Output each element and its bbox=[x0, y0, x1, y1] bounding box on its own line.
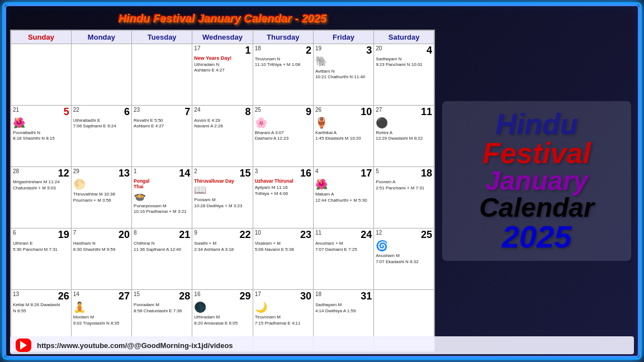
table-row: 922Swathi + M2:34 Ashtami A 3:18 bbox=[192, 228, 253, 290]
right-text-block: Hindu Festival January Calendar 2025 bbox=[442, 101, 631, 261]
table-row: 248Asvini E 4:29Navami A 2:26 bbox=[192, 106, 253, 167]
header-tuesday: Tuesday bbox=[132, 30, 192, 44]
table-row: 259🌸Bharani A 3:07Dashami A 12:23 bbox=[253, 106, 313, 167]
right-year: 2025 bbox=[448, 221, 626, 253]
table-row: 2812Mrigashirsham M 11:24Chaturdashi + M… bbox=[11, 167, 71, 228]
right-january: January bbox=[448, 168, 626, 194]
table-row: 171New Years Day!Uthiradam NAshtami E 4:… bbox=[192, 44, 253, 106]
table-row: 417🌺Makam A12:44 Chathurthi + M 5:30 bbox=[313, 167, 373, 228]
table-row: 2610🏺Karthikai A1:45 Ekadashi M 10:20 bbox=[313, 106, 373, 167]
youtube-button[interactable] bbox=[16, 339, 31, 352]
table-row: 619Uthiram E5:30 Panchami M 7:31 bbox=[11, 228, 71, 290]
right-hindu: Hindu bbox=[448, 109, 626, 139]
header-saturday: Saturday bbox=[374, 30, 434, 44]
table-row: 1023Visakam + M5:08 Navami E 5:38 bbox=[253, 228, 313, 290]
table-row: 215Thiruvalluvar Day📖Poosam M10:28 Dwith… bbox=[192, 167, 253, 228]
table-row: 215🌺Poorattadhi N8:18 Shashthi N 8:15 bbox=[11, 106, 71, 167]
calendar-title: Hindu Festival January Calendar - 2025 bbox=[10, 10, 435, 27]
header-sunday: Sunday bbox=[11, 30, 71, 44]
play-icon bbox=[20, 341, 27, 350]
right-panel: Hindu Festival January Calendar 2025 bbox=[439, 10, 634, 352]
table-row: 226Uthirattadhi E7:06 Sapthami E 6:24 bbox=[71, 106, 131, 167]
table-row: 720Hastham N8:30 Shashthi M 9:59 bbox=[71, 228, 131, 290]
header-thursday: Thursday bbox=[253, 30, 313, 44]
table-row: 1225🌀Anusham M7:07 Ekadashi N 8:32 bbox=[374, 228, 434, 290]
calendar-section: Hindu Festival January Calendar - 2025 S… bbox=[10, 10, 435, 352]
table-row: 237Revathi E 5:50Ashtami E 4:27 bbox=[132, 106, 192, 167]
footer-bar: https://www.youtube.com/@@GoodMorning-ix… bbox=[10, 336, 634, 354]
header-wednesday: Wednesday bbox=[192, 30, 253, 44]
table-row: 821Chithirai N11:36 Sapthami A 12:40 bbox=[132, 228, 192, 290]
table-row bbox=[132, 44, 192, 106]
table-row bbox=[11, 44, 71, 106]
calendar-table: Sunday Monday Tuesday Wednesday Thursday… bbox=[10, 30, 435, 352]
header-monday: Monday bbox=[71, 30, 131, 44]
table-row: 316Uzhavar ThirunalAyilyam M 11:16Trithi… bbox=[253, 167, 313, 228]
table-row: 2913🌕Thiruvathirai M 10:38Pournami + M 3… bbox=[71, 167, 131, 228]
table-row: 204Sadhayam N9:23 Panchami N 10:01 bbox=[374, 44, 434, 106]
table-row bbox=[71, 44, 131, 106]
table-row: 114PongalThai🍲Punarpoosam M10:16 Pradham… bbox=[132, 167, 192, 228]
header-friday: Friday bbox=[313, 30, 373, 44]
table-row: 193🐘Avittam N10:21 Chathurthi N 11:40 bbox=[313, 44, 373, 106]
table-row: 182Tiruvonam N11:10 Trithiya + M 1:08 bbox=[253, 44, 313, 106]
right-calendar: Calendar bbox=[448, 194, 626, 221]
table-row: 1124Anusham + M7:07 Dashami E 7:25 bbox=[313, 228, 373, 290]
table-row: 518Pooram A2:51 Panchami + M 7:31 bbox=[374, 167, 434, 228]
table-row: 2711⚫Rohini A12:29 Dwadashi M 8:22 bbox=[374, 106, 434, 167]
footer-url: https://www.youtube.com/@@GoodMorning-ix… bbox=[37, 341, 233, 350]
right-festival: Festival bbox=[448, 139, 626, 168]
